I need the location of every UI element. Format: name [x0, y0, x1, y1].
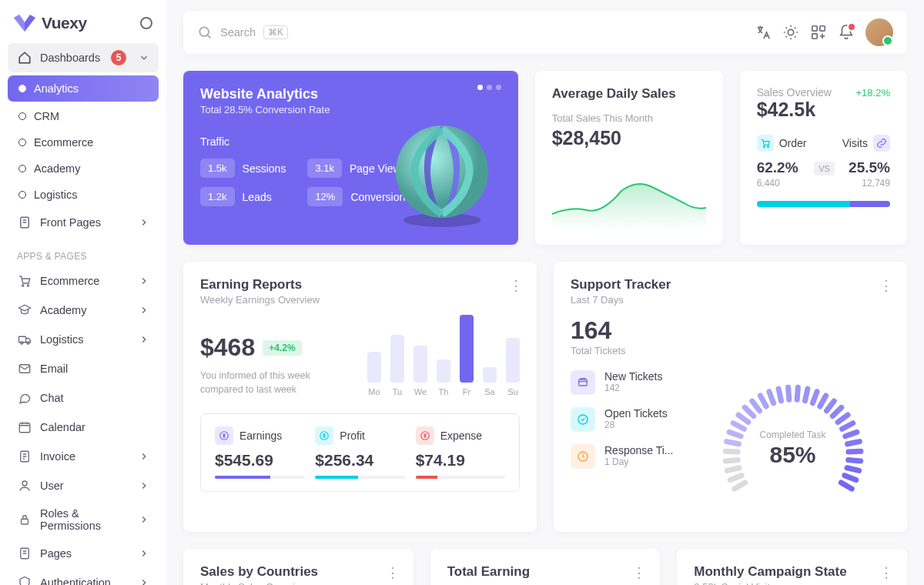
monthly-campaign-card: ⋮ Monthly Campaign State 8.52k Social Vi…	[677, 549, 907, 585]
nav-logistics[interactable]: Logistics	[8, 182, 159, 208]
stat-label: Sessions	[243, 162, 286, 175]
chevron-right-icon	[139, 334, 149, 345]
theme-icon[interactable]	[782, 24, 799, 41]
bullet-icon	[18, 165, 26, 172]
search-input[interactable]: Search ⌘K	[197, 25, 744, 40]
total-tickets: 164	[571, 316, 890, 345]
svg-line-46	[826, 401, 834, 411]
sidebar: Vuexy Dashboards 5 Analytics CRM Ecommer…	[0, 0, 166, 585]
earning-delta: +4.2%	[263, 340, 301, 356]
card-title: Sales Overview	[757, 86, 832, 99]
tracker-item: Response Ti...1 Day	[571, 444, 678, 469]
carousel-dots[interactable]	[477, 85, 501, 90]
card-subtitle: Weekly Earnings Overview	[200, 294, 520, 306]
nav-academy[interactable]: Academy	[8, 155, 159, 182]
svg-rect-10	[22, 519, 28, 524]
tracker-item-value: 28	[604, 420, 668, 430]
nav-analytics[interactable]: Analytics	[8, 75, 159, 102]
language-icon[interactable]	[755, 24, 772, 41]
card-title: Total Earning	[447, 564, 644, 580]
nav-icon	[17, 449, 32, 464]
svg-line-49	[842, 423, 852, 429]
card-title: Sales by Countries	[200, 564, 397, 580]
nav-label: Academy	[34, 162, 80, 175]
nav-crm[interactable]: CRM	[8, 103, 159, 129]
link-icon	[873, 135, 890, 152]
chevron-right-icon	[139, 577, 149, 585]
stat-bar	[416, 476, 505, 479]
chevron-right-icon	[139, 548, 149, 559]
nav-section-header: APPS & PAGES	[8, 237, 159, 266]
bullet-icon	[18, 191, 26, 199]
nav-ecommerce[interactable]: Ecommerce	[8, 129, 159, 155]
nav-label: Logistics	[34, 189, 77, 201]
nav-roles-permissions[interactable]: Roles & Permissions	[8, 500, 159, 539]
sales-overview-card: Sales Overview +18.2% $42.5k Order 62.2%…	[740, 71, 907, 245]
nav-pages[interactable]: Pages	[8, 539, 159, 568]
svg-point-13	[788, 29, 793, 35]
nav-email[interactable]: Email	[8, 354, 159, 383]
gauge-chart: Completed Task 85%	[695, 370, 890, 516]
card-title: Average Daily Sales	[552, 86, 706, 102]
search-placeholder: Search	[220, 26, 256, 38]
card-subtitle: 8.52k Social Visitors	[694, 581, 890, 585]
svg-line-44	[812, 392, 817, 403]
nav-invoice[interactable]: Invoice	[8, 442, 159, 471]
svg-line-31	[725, 451, 738, 452]
stat-value: 1.5k	[200, 159, 235, 178]
overview-amount: $42.5k	[757, 99, 890, 121]
nav-label: Ecommerce	[34, 136, 93, 149]
nav-ecommerce[interactable]: Ecommerce	[8, 266, 159, 296]
pin-icon[interactable]	[140, 17, 152, 29]
nav-label: Analytics	[34, 82, 79, 95]
visits-count: 12,749	[842, 178, 890, 189]
earning-reports-card: ⋮ Earning Reports Weekly Earnings Overvi…	[183, 262, 537, 532]
stat-label: Earnings	[239, 430, 282, 442]
sales-sparkline	[552, 168, 706, 229]
nav-front-pages[interactable]: Front Pages	[8, 208, 159, 237]
earning-stat: Earnings$545.69	[215, 426, 304, 479]
home-icon	[17, 50, 32, 65]
card-menu-icon[interactable]: ⋮	[509, 277, 521, 294]
brand-logo-icon	[14, 15, 35, 32]
nav-label: Email	[40, 363, 68, 375]
card-menu-icon[interactable]: ⋮	[386, 564, 398, 581]
nav-chat[interactable]: Chat	[8, 383, 159, 413]
nav-user[interactable]: User	[8, 471, 159, 500]
nav-icon	[17, 361, 32, 376]
nav-label: Pages	[40, 547, 72, 560]
svg-line-38	[760, 396, 766, 406]
avg-daily-sales-card: Average Daily Sales Total Sales This Mon…	[535, 71, 723, 245]
nav-label: Logistics	[40, 333, 83, 346]
nav-icon	[17, 478, 32, 493]
svg-line-33	[729, 432, 741, 436]
chevron-right-icon	[139, 514, 149, 525]
card-subtitle: Monthly Sales Overview	[200, 581, 397, 585]
chevron-right-icon	[139, 480, 149, 491]
earning-stat: Expense$74.19	[416, 426, 505, 479]
card-menu-icon[interactable]: ⋮	[879, 277, 892, 294]
nav-dashboards[interactable]: Dashboards 5	[8, 43, 159, 72]
nav-academy[interactable]: Academy	[8, 296, 159, 325]
chevron-right-icon	[139, 276, 149, 286]
bar-label: Th	[439, 387, 449, 396]
svg-point-4	[21, 342, 23, 344]
stat-icon	[215, 426, 233, 445]
bar	[460, 315, 474, 383]
svg-line-52	[848, 451, 860, 452]
apps-icon[interactable]	[810, 24, 827, 41]
card-menu-icon[interactable]: ⋮	[632, 564, 644, 581]
gauge-value: 85%	[760, 442, 826, 468]
sales-amount: $28,450	[552, 127, 706, 149]
brand-name: Vuexy	[42, 14, 87, 32]
user-avatar[interactable]	[865, 18, 893, 46]
stat-pair: 1.5kSessions	[200, 159, 286, 178]
notifications-icon[interactable]	[838, 24, 855, 41]
nav-authentication[interactable]: Authentication	[8, 568, 159, 585]
nav-logistics[interactable]: Logistics	[8, 325, 159, 354]
card-menu-icon[interactable]: ⋮	[879, 564, 892, 581]
nav-calendar[interactable]: Calendar	[8, 413, 159, 442]
support-tracker-card: ⋮ Support Tracker Last 7 Days 164 Total …	[554, 262, 907, 532]
nav-label: Chat	[40, 392, 64, 404]
stat-value: 12%	[307, 187, 343, 206]
